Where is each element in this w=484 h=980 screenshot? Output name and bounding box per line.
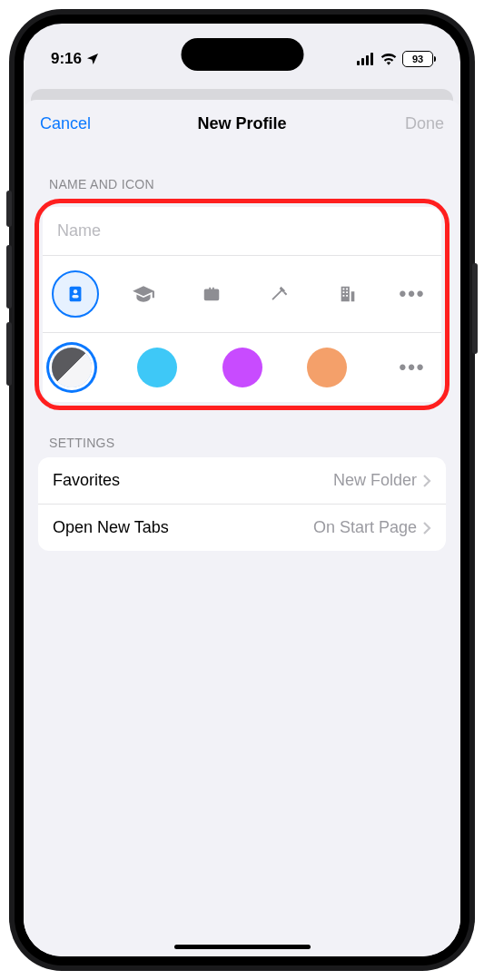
done-button[interactable]: Done	[405, 114, 444, 133]
svg-rect-4	[70, 287, 82, 302]
icon-option-id-card[interactable]	[52, 270, 99, 318]
name-row[interactable]	[43, 207, 441, 256]
briefcase-icon	[202, 284, 222, 304]
open-new-tabs-row[interactable]: Open New Tabs On Start Page	[38, 505, 446, 551]
graduation-cap-icon	[132, 284, 155, 304]
svg-rect-6	[72, 295, 78, 299]
settings-header: SETTINGS	[24, 410, 460, 457]
svg-rect-3	[370, 53, 373, 65]
favorites-label: Favorites	[53, 471, 120, 490]
svg-rect-0	[357, 61, 360, 65]
annotation-highlight: ••• •••	[35, 199, 449, 410]
battery-indicator: 93	[402, 51, 433, 67]
cancel-button[interactable]: Cancel	[40, 114, 91, 133]
modal-nav: Cancel New Profile Done	[24, 100, 460, 144]
icon-more-button[interactable]: •••	[392, 282, 432, 306]
color-option-gray[interactable]	[52, 348, 92, 387]
icon-option-hammer[interactable]	[256, 270, 303, 318]
color-more-button[interactable]: •••	[392, 356, 432, 379]
favorites-value: New Folder	[333, 471, 417, 490]
status-time: 9:16	[51, 50, 82, 68]
wifi-icon	[380, 53, 397, 65]
settings-card: Favorites New Folder Open New Tabs On St…	[38, 457, 446, 551]
location-arrow-icon	[85, 52, 100, 66]
open-new-tabs-label: Open New Tabs	[53, 518, 169, 537]
home-indicator[interactable]	[174, 945, 311, 949]
cellular-signal-icon	[357, 53, 375, 65]
chevron-right-icon	[422, 474, 431, 488]
profile-name-input[interactable]	[57, 207, 427, 255]
icon-option-graduation[interactable]	[120, 270, 167, 318]
svg-point-5	[74, 289, 77, 293]
id-card-icon	[65, 284, 85, 304]
favorites-row[interactable]: Favorites New Folder	[38, 457, 446, 505]
name-icon-card: ••• •••	[43, 207, 441, 402]
svg-rect-1	[361, 58, 364, 65]
color-option-cyan[interactable]	[137, 348, 177, 387]
hammer-icon	[270, 284, 290, 304]
svg-rect-2	[366, 55, 369, 65]
chevron-right-icon	[422, 521, 431, 535]
battery-level: 93	[412, 54, 423, 64]
color-option-orange[interactable]	[307, 348, 347, 387]
name-icon-header: NAME AND ICON	[24, 144, 460, 199]
color-option-purple[interactable]	[222, 348, 262, 387]
icon-option-briefcase[interactable]	[188, 270, 235, 318]
color-picker-row: •••	[43, 333, 441, 402]
building-icon	[338, 284, 358, 304]
icon-option-building[interactable]	[324, 270, 371, 318]
icon-picker-row: •••	[43, 256, 441, 333]
open-new-tabs-value: On Start Page	[313, 518, 417, 537]
new-profile-modal: Cancel New Profile Done NAME AND ICON	[24, 100, 460, 956]
dynamic-island	[181, 38, 303, 71]
